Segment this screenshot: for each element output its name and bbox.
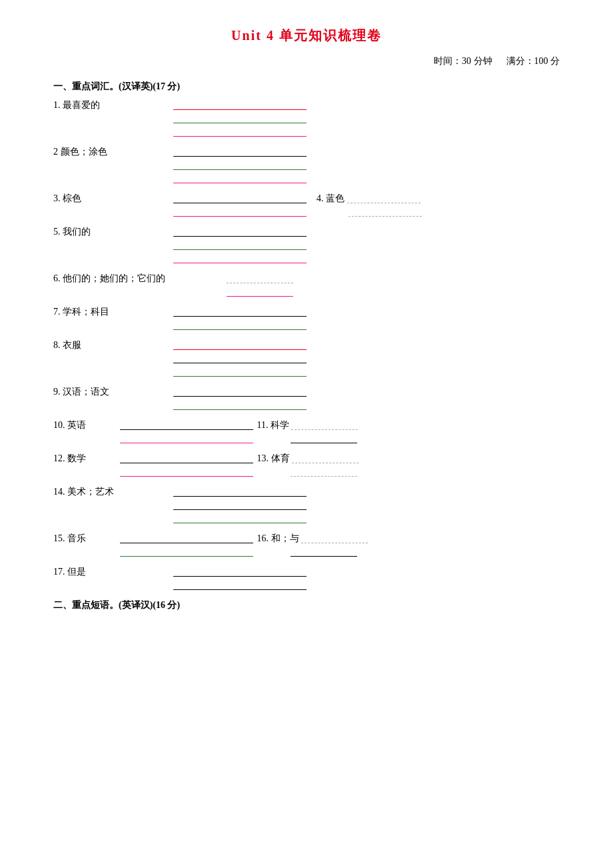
- vocab-item-8: 8. 衣服: [53, 339, 560, 378]
- vocab-item-1: 1. 最喜爱的: [53, 99, 560, 138]
- answer-line-4b[interactable]: [348, 206, 422, 217]
- label-17: 17. 但是: [53, 566, 173, 578]
- vocab-row-5a: 5. 我们的: [53, 226, 560, 238]
- label-13: 13. 体育: [257, 453, 290, 465]
- answer-line-10b[interactable]: [120, 433, 253, 443]
- vocab-item-6: 6. 他们的；她们的；它们的: [53, 273, 560, 298]
- answer-line-14b[interactable]: [173, 499, 306, 510]
- answer-line-14c[interactable]: [173, 513, 306, 523]
- vocab-row-7a: 7. 学科；科目: [53, 306, 560, 318]
- label-8: 8. 衣服: [53, 339, 173, 351]
- answer-line-11b[interactable]: [291, 433, 357, 443]
- vocab-item-5: 5. 我们的: [53, 226, 560, 265]
- answer-line-12b[interactable]: [120, 466, 253, 477]
- answer-line-13b[interactable]: [291, 466, 357, 477]
- vocab-row-2b: [53, 159, 560, 171]
- vocab-item-17: 17. 但是: [53, 566, 560, 591]
- answer-line-15a[interactable]: [120, 533, 253, 543]
- label-7: 7. 学科；科目: [53, 306, 173, 318]
- label-4: 4. 蓝色: [316, 193, 344, 205]
- label-16: 16. 和；与: [257, 533, 299, 545]
- vocab-row-7b: [53, 319, 560, 331]
- label-3: 3. 棕色: [53, 193, 173, 205]
- time-label: 时间：30 分钟: [434, 56, 492, 66]
- answer-line-5c[interactable]: [173, 253, 306, 263]
- answer-line-9a[interactable]: [173, 386, 306, 397]
- vocab-row-17b: [53, 579, 560, 591]
- label-5: 5. 我们的: [53, 226, 173, 238]
- answer-line-4a[interactable]: [347, 193, 420, 203]
- vocab-row-8c: [53, 366, 560, 378]
- answer-line-10a[interactable]: [120, 419, 253, 430]
- section2-header: 二、重点短语。(英译汉)(16 分): [53, 599, 560, 611]
- page-title: Unit 4 单元知识梳理卷: [53, 27, 560, 45]
- vocab-row-10a: 10. 英语 11. 科学: [53, 419, 560, 431]
- vocab-row-14a: 14. 美术；艺术: [53, 486, 560, 498]
- vocab-row-17a: 17. 但是: [53, 566, 560, 578]
- answer-line-8c[interactable]: [173, 366, 306, 377]
- vocab-row-8a: 8. 衣服: [53, 339, 560, 351]
- vocab-item-10-11: 10. 英语 11. 科学: [53, 419, 560, 445]
- label-9: 9. 汉语；语文: [53, 386, 173, 398]
- vocab-item-15-16: 15. 音乐 16. 和；与: [53, 533, 560, 558]
- vocab-row-1: 1. 最喜爱的: [53, 99, 560, 111]
- vocab-item-3-4: 3. 棕色 4. 蓝色: [53, 193, 560, 218]
- meta-info: 时间：30 分钟 满分：100 分: [53, 55, 560, 67]
- answer-line-16a[interactable]: [301, 533, 368, 543]
- answer-line-1b[interactable]: [173, 113, 306, 123]
- answer-line-2a[interactable]: [173, 146, 306, 157]
- answer-line-7b[interactable]: [173, 319, 306, 330]
- label-11: 11. 科学: [257, 419, 289, 431]
- section1-header: 一、重点词汇。(汉译英)(17 分): [53, 81, 560, 93]
- vocab-item-2: 2 颜色；涂色: [53, 146, 560, 185]
- answer-line-8a[interactable]: [173, 339, 306, 350]
- answer-line-12a[interactable]: [120, 453, 253, 463]
- vocab-row-5c: [53, 253, 560, 265]
- answer-line-6a[interactable]: [227, 273, 293, 283]
- answer-line-8b[interactable]: [173, 353, 306, 363]
- vocab-item-7: 7. 学科；科目: [53, 306, 560, 331]
- page: Unit 4 单元知识梳理卷 时间：30 分钟 满分：100 分 一、重点词汇。…: [0, 0, 613, 868]
- label-1: 1. 最喜爱的: [53, 99, 173, 111]
- answer-line-3a[interactable]: [173, 193, 306, 203]
- answer-line-1a[interactable]: [173, 99, 306, 110]
- answer-line-17b[interactable]: [173, 579, 306, 590]
- vocab-row-1b: [53, 113, 560, 125]
- answer-line-2c[interactable]: [173, 173, 306, 183]
- label-10: 10. 英语: [53, 419, 120, 431]
- answer-line-11a[interactable]: [291, 419, 358, 430]
- vocab-row-14c: [53, 513, 560, 525]
- answer-line-6b[interactable]: [227, 286, 293, 297]
- answer-line-1c[interactable]: [173, 126, 306, 137]
- vocab-row-12b: [53, 466, 560, 478]
- vocab-row-3b: [53, 206, 560, 218]
- answer-line-13a[interactable]: [292, 453, 358, 463]
- vocab-row-2c: [53, 173, 560, 185]
- vocab-row-1c: [53, 126, 560, 138]
- answer-line-9b[interactable]: [173, 399, 306, 410]
- answer-line-7a[interactable]: [173, 306, 306, 317]
- vocab-row-8b: [53, 353, 560, 365]
- vocab-row-15a: 15. 音乐 16. 和；与: [53, 533, 560, 545]
- vocab-item-14: 14. 美术；艺术: [53, 486, 560, 525]
- answer-line-16b[interactable]: [291, 546, 357, 557]
- vocab-row-12a: 12. 数学 13. 体育: [53, 453, 560, 465]
- label-2: 2 颜色；涂色: [53, 146, 173, 158]
- answer-line-5a[interactable]: [173, 226, 306, 237]
- answer-line-14a[interactable]: [173, 486, 306, 497]
- vocab-row-5b: [53, 239, 560, 251]
- score-label: 满分：100 分: [506, 56, 560, 66]
- answer-line-17a[interactable]: [173, 566, 306, 577]
- vocab-row-6b: [53, 286, 560, 298]
- vocab-row-3a: 3. 棕色 4. 蓝色: [53, 193, 560, 205]
- answer-line-2b[interactable]: [173, 159, 306, 170]
- vocab-row-15b: [53, 546, 560, 558]
- answer-line-3b[interactable]: [173, 206, 306, 217]
- vocab-item-12-13: 12. 数学 13. 体育: [53, 453, 560, 478]
- answer-line-5b[interactable]: [173, 239, 306, 250]
- label-6: 6. 他们的；她们的；它们的: [53, 273, 227, 285]
- vocab-row-14b: [53, 499, 560, 511]
- label-12: 12. 数学: [53, 453, 120, 465]
- vocab-item-9: 9. 汉语；语文: [53, 386, 560, 411]
- answer-line-15b[interactable]: [120, 546, 253, 557]
